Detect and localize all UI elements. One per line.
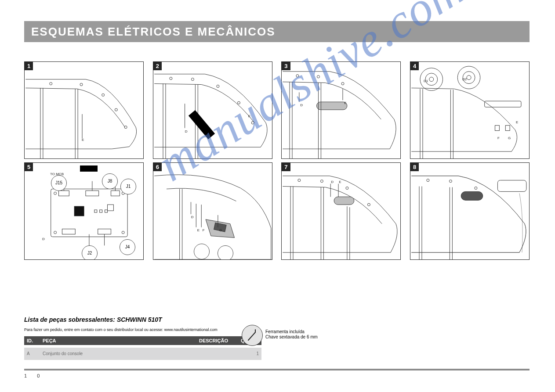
svg-point-11 <box>191 78 194 81</box>
diagram-step-2: 2 D E <box>153 61 272 159</box>
svg-point-23 <box>341 83 344 85</box>
cell-quant: 1 <box>232 351 259 356</box>
step-badge: 3 <box>282 62 290 70</box>
parts-section: Lista de peças sobressalentes: SCHWINN 5… <box>24 316 261 360</box>
svg-point-74 <box>346 187 348 190</box>
section-title-bar: ESQUEMAS ELÉTRICOS E MECÂNICOS <box>24 21 530 42</box>
label-d: D <box>331 180 334 184</box>
svg-rect-45 <box>86 191 99 196</box>
col-header-desc: DESCRIÇÃO <box>193 338 232 343</box>
svg-point-14 <box>251 122 254 124</box>
callout-blank-1 <box>194 244 210 259</box>
svg-point-58 <box>54 231 57 234</box>
label-f: F <box>497 137 500 140</box>
svg-point-1 <box>80 83 83 86</box>
line-art <box>153 62 272 158</box>
svg-rect-61 <box>100 210 102 212</box>
line-art <box>282 62 400 158</box>
page-number: 1 0 <box>24 373 44 378</box>
svg-rect-44 <box>59 191 69 196</box>
svg-point-3 <box>115 108 117 111</box>
svg-point-10 <box>170 77 172 80</box>
bottom-rule <box>24 369 530 370</box>
svg-rect-36 <box>485 101 521 107</box>
step-badge: 8 <box>410 163 419 171</box>
svg-point-22 <box>317 76 320 78</box>
parts-note: Para fazer um pedido, entre em contato c… <box>24 327 261 333</box>
page-area: ESQUEMAS ELÉTRICOS E MECÂNICOS 1 E 2 D E <box>24 21 530 260</box>
section-title: ESQUEMAS ELÉTRICOS E MECÂNICOS <box>31 25 276 38</box>
callout-j15: J15 <box>51 175 67 191</box>
svg-rect-48 <box>108 205 114 211</box>
svg-point-59 <box>122 231 124 234</box>
label-d1: D1 <box>424 79 428 83</box>
callout-j1: J1 <box>120 179 136 194</box>
diagram-grid: 1 E 2 D E <box>24 61 530 260</box>
svg-point-13 <box>237 101 240 104</box>
svg-point-87 <box>449 180 452 183</box>
svg-rect-38 <box>505 126 510 131</box>
label-e: E <box>82 138 84 142</box>
diagram-step-5: 5 TO MCB D J15 J8 J1 J4 J2 <box>24 162 144 260</box>
step-badge: 1 <box>25 62 33 70</box>
callout-j2: J2 <box>82 245 98 260</box>
label-e: E <box>339 180 341 184</box>
parts-header-row: ID. PEÇA DESCRIÇÃO QUANT. <box>24 336 261 345</box>
svg-rect-46 <box>111 191 120 196</box>
line-art <box>410 62 529 158</box>
label-g: G <box>219 229 222 232</box>
parts-heading: Lista de peças sobressalentes: SCHWINN 5… <box>24 316 261 323</box>
label-e: E <box>344 101 346 105</box>
tool-icon <box>242 325 263 346</box>
callout-j4: J4 <box>120 239 135 255</box>
svg-rect-62 <box>105 210 108 212</box>
svg-point-0 <box>50 83 52 85</box>
diagram-step-1: 1 E <box>24 61 144 159</box>
label-d: D <box>191 216 194 219</box>
svg-point-86 <box>427 179 429 182</box>
svg-point-73 <box>321 180 323 183</box>
svg-point-32 <box>429 77 434 82</box>
black-strip <box>80 165 98 172</box>
parts-row: A Conjunto do console 1 <box>24 348 261 360</box>
step-badge: 7 <box>282 163 290 171</box>
svg-rect-50 <box>98 229 111 234</box>
line-art <box>282 163 400 259</box>
svg-rect-60 <box>94 210 97 212</box>
svg-rect-47 <box>74 206 84 216</box>
label-d: D <box>185 130 188 133</box>
label-e: E <box>248 115 250 118</box>
svg-rect-85 <box>497 180 526 192</box>
label-g: G <box>508 137 511 140</box>
tool-label: Ferramenta incluída Chave sextavada de 6… <box>265 329 323 340</box>
line-art <box>153 163 272 259</box>
step-badge: 2 <box>153 62 162 70</box>
svg-point-12 <box>217 85 219 88</box>
svg-point-56 <box>54 192 57 194</box>
svg-point-33 <box>457 66 480 89</box>
label-d2: D2 <box>462 78 467 81</box>
svg-point-88 <box>475 187 477 190</box>
label-f: F <box>203 229 205 232</box>
svg-point-35 <box>467 76 471 80</box>
label-e: E <box>516 121 518 124</box>
callout-j8: J8 <box>102 173 118 189</box>
step-badge: 6 <box>153 163 162 171</box>
col-header-peca: PEÇA <box>43 338 193 343</box>
diagram-step-6: 6 D E F G <box>153 162 272 260</box>
svg-point-2 <box>102 94 105 96</box>
svg-point-72 <box>298 179 301 182</box>
svg-rect-37 <box>495 126 499 131</box>
svg-rect-49 <box>62 229 75 234</box>
cell-id: A <box>27 351 43 356</box>
cell-peca: Conjunto do console <box>43 351 193 356</box>
label-d: D <box>300 104 303 107</box>
diagram-step-8: 8 <box>410 162 530 260</box>
label-e: E <box>197 229 200 232</box>
step-badge: 4 <box>410 62 419 70</box>
svg-point-21 <box>296 75 299 77</box>
line-art <box>25 62 143 158</box>
line-art <box>410 163 529 259</box>
diagram-step-7: 7 D E <box>281 162 401 260</box>
col-header-id: ID. <box>27 338 43 343</box>
